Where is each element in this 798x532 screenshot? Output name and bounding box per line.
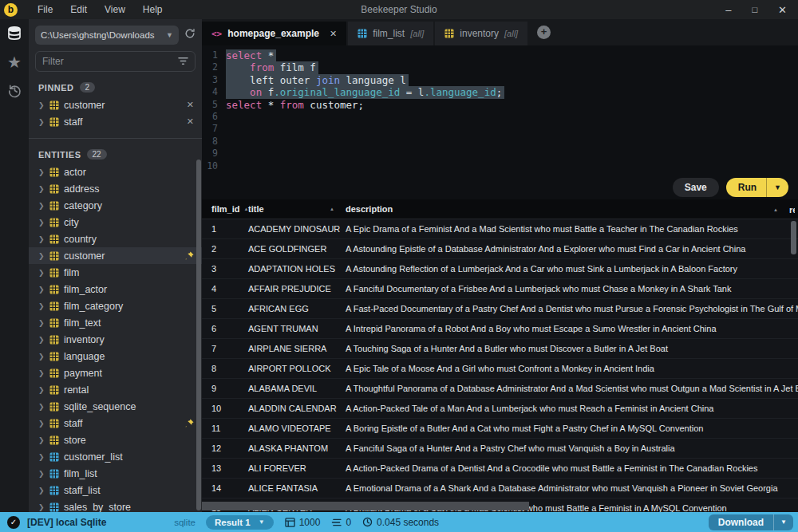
unpin-icon[interactable]: ✕ [187, 116, 194, 127]
entity-item-address[interactable]: ❯address [29, 180, 202, 197]
entity-item-staff[interactable]: ❯staff [29, 415, 202, 432]
entity-item-film[interactable]: ❯film [29, 264, 202, 281]
run-options-caret[interactable]: ▼ [766, 178, 788, 197]
minimize-icon[interactable]: – [725, 4, 731, 16]
close-tab-icon[interactable]: ✕ [330, 29, 337, 39]
entity-item-city[interactable]: ❯city [29, 214, 202, 231]
favorites-star-icon[interactable]: ★ [7, 54, 22, 70]
chevron-right-icon[interactable]: ❯ [38, 219, 45, 227]
entity-item-film_actor[interactable]: ❯film_actor [29, 281, 202, 298]
tab-film_list[interactable]: film_list[all] [348, 22, 433, 45]
save-button[interactable]: Save [673, 178, 719, 197]
column-header-title[interactable]: title ▲ [248, 204, 346, 214]
chevron-right-icon[interactable]: ❯ [38, 453, 45, 461]
entity-item-film_text[interactable]: ❯film_text [29, 314, 202, 331]
column-header-film-id[interactable]: film_id ▲ [202, 204, 248, 214]
download-options-caret[interactable]: ▼ [773, 514, 793, 530]
entity-item-sales_by_store[interactable]: ❯sales_by_store [29, 499, 202, 512]
download-button[interactable]: Download [709, 514, 773, 530]
chevron-right-icon[interactable]: ❯ [38, 403, 45, 411]
results-horizontal-scrollbar[interactable] [202, 502, 529, 510]
entity-item-customer_list[interactable]: ❯customer_list [29, 448, 202, 465]
entity-item-language[interactable]: ❯language [29, 348, 202, 365]
entity-item-country[interactable]: ❯country [29, 231, 202, 247]
table-row[interactable]: 11ALAMO VIDEOTAPEA Boring Epistle of a B… [202, 419, 798, 439]
table-row[interactable]: 4AFFAIR PREJUDICEA Fanciful Documentary … [202, 279, 798, 299]
column-header-description[interactable]: description [346, 204, 798, 214]
chevron-right-icon[interactable]: ❯ [38, 503, 45, 511]
entity-item-inventory[interactable]: ❯inventory [29, 331, 202, 348]
chevron-right-icon[interactable]: ❯ [38, 436, 45, 444]
database-file-select[interactable]: C:\Users\ghstng\Downloads ▼ [35, 26, 179, 45]
chevron-right-icon[interactable]: ❯ [38, 353, 45, 361]
chevron-right-icon[interactable]: ❯ [38, 185, 45, 193]
entity-item-category[interactable]: ❯category [29, 197, 202, 214]
editor-actions: Save Run ▼ [202, 175, 798, 199]
pin-icon-wrap[interactable] [185, 416, 194, 431]
tab-inventory[interactable]: inventory[all] [435, 22, 527, 45]
entity-item-rental[interactable]: ❯rental [29, 381, 202, 398]
sql-editor[interactable]: 1select *2 from film f3 left outer join … [202, 45, 798, 175]
table-row[interactable]: 3ADAPTATION HOLESA Astounding Reflection… [202, 259, 798, 279]
chevron-right-icon[interactable]: ❯ [38, 168, 45, 176]
menu-help[interactable]: Help [134, 0, 172, 19]
run-button[interactable]: Run [726, 178, 766, 197]
result-selector[interactable]: Result 1 ▼ [206, 515, 274, 530]
table-row[interactable]: 2ACE GOLDFINGERA Astounding Epistle of a… [202, 239, 798, 259]
chevron-right-icon[interactable]: ❯ [38, 386, 45, 394]
pinned-item-staff[interactable]: ❯staff✕ [29, 113, 202, 130]
maximize-icon[interactable]: □ [752, 5, 757, 14]
pin-icon-wrap[interactable] [185, 249, 194, 263]
entity-item-store[interactable]: ❯store [29, 432, 202, 448]
chevron-right-icon[interactable]: ❯ [38, 286, 45, 294]
chevron-right-icon[interactable]: ❯ [38, 101, 45, 109]
table-row[interactable]: 8AIRPORT POLLOCKA Epic Tale of a Moose A… [202, 359, 798, 379]
unpin-icon[interactable]: ✕ [187, 100, 194, 110]
table-row[interactable]: 13ALI FOREVERA Action-Packed Drama of a … [202, 459, 798, 479]
table-row[interactable]: 1ACADEMY DINOSAURA Epic Drama of a Femin… [202, 219, 798, 239]
table-row[interactable]: 14ALICE FANTASIAA Emotional Drama of a A… [202, 479, 798, 499]
pin-icon[interactable] [185, 251, 194, 260]
sidebar-scrollbar[interactable] [196, 160, 201, 510]
chevron-right-icon[interactable]: ❯ [38, 202, 45, 210]
entity-item-actor[interactable]: ❯actor [29, 164, 202, 180]
table-row[interactable]: 9ALABAMA DEVILA Thoughtful Panorama of a… [202, 379, 798, 399]
table-row[interactable]: 7AIRPLANE SIERRAA Touching Saga of a Hun… [202, 339, 798, 359]
entities-section-header[interactable]: ENTITIES 22 [29, 139, 202, 164]
entity-item-film_list[interactable]: ❯film_list [29, 465, 202, 482]
chevron-right-icon[interactable]: ❯ [38, 235, 45, 243]
table-row[interactable]: 5AFRICAN EGGA Fast-Paced Documentary of … [202, 299, 798, 319]
entity-item-payment[interactable]: ❯payment [29, 365, 202, 381]
entity-item-customer[interactable]: ❯customer [29, 247, 202, 264]
chevron-right-icon[interactable]: ❯ [38, 269, 45, 277]
chevron-right-icon[interactable]: ❯ [38, 252, 45, 260]
chevron-right-icon[interactable]: ❯ [38, 336, 45, 344]
tab-homepage_example[interactable]: <>homepage_example✕ [202, 22, 346, 45]
pinned-item-customer[interactable]: ❯customer✕ [29, 97, 202, 113]
table-row[interactable]: 10ALADDIN CALENDARA Action-Packed Tale o… [202, 399, 798, 419]
database-tables-icon[interactable] [6, 26, 22, 41]
close-icon[interactable]: ✕ [778, 4, 787, 16]
results-vertical-scrollbar[interactable] [791, 221, 796, 254]
history-icon[interactable] [7, 83, 22, 98]
refresh-icon[interactable] [184, 28, 196, 42]
chevron-right-icon[interactable]: ❯ [38, 302, 45, 310]
entity-filter[interactable]: Filter [35, 51, 196, 72]
entity-item-film_category[interactable]: ❯film_category [29, 298, 202, 314]
chevron-right-icon[interactable]: ❯ [38, 470, 45, 478]
chevron-right-icon[interactable]: ❯ [38, 118, 45, 126]
entity-item-staff_list[interactable]: ❯staff_list [29, 482, 202, 499]
chevron-right-icon[interactable]: ❯ [38, 319, 45, 327]
chevron-right-icon[interactable]: ❯ [38, 487, 45, 495]
new-tab-button[interactable]: + [537, 26, 551, 39]
menu-file[interactable]: File [29, 0, 61, 19]
table-row[interactable]: 12ALASKA PHANTOMA Fanciful Saga of a Hun… [202, 439, 798, 459]
pin-icon[interactable] [185, 419, 194, 428]
chevron-right-icon[interactable]: ❯ [38, 420, 45, 428]
menu-view[interactable]: View [96, 0, 134, 19]
menu-edit[interactable]: Edit [61, 0, 96, 19]
pinned-section-header[interactable]: PINNED 2 [29, 72, 202, 97]
entity-item-sqlite_sequence[interactable]: ❯sqlite_sequence [29, 398, 202, 415]
table-row[interactable]: 6AGENT TRUMANA Intrepid Panorama of a Ro… [202, 319, 798, 339]
chevron-right-icon[interactable]: ❯ [38, 369, 45, 377]
